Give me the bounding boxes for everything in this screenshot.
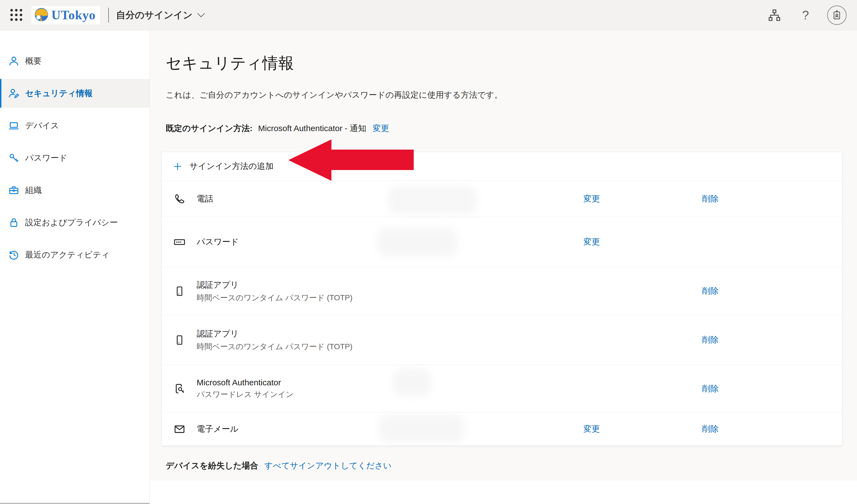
method-name: パスワード	[197, 236, 239, 248]
change-link[interactable]: 変更	[575, 193, 608, 205]
sidebar-item-label: 組織	[25, 185, 42, 196]
add-signin-method-button[interactable]: サインイン方法の追加	[162, 152, 842, 181]
table-row-password: パスワード 変更	[162, 217, 842, 267]
table-row-ms-authenticator: Microsoft Authenticator パスワードレス サインイン 削除	[162, 365, 842, 413]
mobile-phone-icon	[173, 334, 186, 346]
plus-icon	[173, 162, 182, 171]
sidebar-item-label: パスワード	[25, 152, 67, 164]
redacted-value	[388, 186, 477, 214]
redacted-value	[377, 227, 457, 256]
delete-link[interactable]: 削除	[694, 285, 727, 297]
method-name: 認証アプリ	[197, 279, 352, 291]
add-method-label: サインイン方法の追加	[189, 161, 273, 172]
delete-link[interactable]: 削除	[694, 383, 727, 395]
method-name: 認証アプリ	[197, 328, 352, 340]
delete-link[interactable]: 削除	[694, 193, 727, 205]
default-method-label: 既定のサインイン方法:	[166, 124, 252, 133]
lock-icon	[7, 216, 20, 229]
sidebar-item-settings-privacy[interactable]: 設定およびプライバシー	[0, 208, 149, 237]
change-link[interactable]: 変更	[575, 236, 608, 248]
mail-envelope-icon	[173, 423, 186, 436]
sidebar-item-recent-activity[interactable]: 最近のアクティビティ	[0, 240, 149, 269]
method-subtitle: 時間ベースのワンタイム パスワード (TOTP)	[197, 342, 352, 352]
mobile-phone-icon	[173, 285, 186, 297]
sidebar-item-devices[interactable]: デバイス	[0, 111, 149, 140]
phone-handset-icon	[173, 193, 186, 205]
sidebar-item-security-info[interactable]: セキュリティ情報	[0, 79, 149, 108]
redacted-value	[392, 369, 431, 396]
briefcase-icon	[7, 184, 20, 196]
method-name: 電子メール	[197, 423, 238, 435]
topbar-divider	[108, 8, 109, 23]
default-method-value: Microsoft Authenticator - 通知	[258, 124, 367, 133]
lost-device-line: デバイスを紛失した場合 すべてサインアウトしてください	[166, 460, 857, 471]
sidebar-item-label: 最近のアクティビティ	[25, 249, 110, 261]
table-row-authenticator-totp-1: 認証アプリ 時間ベースのワンタイム パスワード (TOTP) 削除	[162, 267, 842, 315]
page-description: これは、ご自分のアカウントへのサインインやパスワードの再設定に使用する方法です。	[166, 89, 857, 101]
table-row-phone: 電話 変更 削除	[162, 181, 842, 217]
main-content: セキュリティ情報 これは、ご自分のアカウントへのサインインやパスワードの再設定に…	[150, 31, 857, 504]
table-row-authenticator-totp-2: 認証アプリ 時間ベースのワンタイム パスワード (TOTP) 削除	[162, 315, 842, 365]
page-title: セキュリティ情報	[166, 53, 857, 74]
sidebar-item-organizations[interactable]: 組織	[0, 176, 149, 205]
sidebar-item-label: デバイス	[25, 120, 59, 132]
default-method-change-link[interactable]: 変更	[373, 124, 389, 133]
redacted-value	[379, 415, 464, 442]
password-dots-icon	[173, 236, 186, 248]
topbar-right-icons: ?	[768, 5, 846, 25]
history-clock-icon	[7, 248, 20, 261]
table-row-email: 電子メール 変更 削除	[162, 413, 842, 446]
avatar[interactable]	[827, 5, 846, 25]
chevron-down-icon[interactable]	[197, 13, 205, 18]
laptop-icon	[7, 119, 20, 132]
top-bar: UTokyo 自分のサインイン ?	[0, 0, 857, 30]
person-edit-icon	[7, 87, 20, 100]
sidebar-item-label: 概要	[25, 55, 42, 67]
app-launcher-icon[interactable]	[8, 6, 26, 24]
help-icon[interactable]: ?	[802, 8, 809, 22]
delete-link[interactable]: 削除	[694, 334, 727, 346]
sidebar-item-password[interactable]: パスワード	[0, 143, 149, 172]
app-title: 自分のサインイン	[116, 9, 192, 21]
default-signin-method-line: 既定のサインイン方法: Microsoft Authenticator - 通知…	[166, 123, 857, 134]
person-icon	[7, 55, 20, 67]
key-icon	[7, 152, 20, 164]
signin-methods-table: サインイン方法の追加 電話 変更 削除	[162, 152, 842, 446]
sidebar-item-overview[interactable]: 概要	[0, 47, 149, 75]
sidebar-item-label: セキュリティ情報	[25, 88, 93, 99]
method-subtitle: 時間ベースのワンタイム パスワード (TOTP)	[197, 293, 352, 303]
change-link[interactable]: 変更	[575, 423, 608, 435]
my-signins-security-info-page: UTokyo 自分のサインイン ?	[0, 0, 857, 504]
method-name: Microsoft Authenticator	[197, 378, 293, 387]
page-bottom-band	[150, 481, 857, 504]
utokyo-logo-text: UTokyo	[51, 8, 96, 22]
authenticator-key-icon	[173, 382, 186, 395]
utokyo-ginkgo-icon	[34, 7, 49, 23]
delete-link[interactable]: 削除	[694, 423, 727, 435]
method-name: 電話	[197, 193, 213, 205]
lost-device-label: デバイスを紛失した場合	[166, 461, 258, 470]
sidebar: 概要 セキュリティ情報 デバイス	[0, 31, 150, 504]
organization-chart-icon[interactable]	[768, 8, 781, 22]
sidebar-item-label: 設定およびプライバシー	[25, 217, 118, 228]
method-subtitle: パスワードレス サインイン	[197, 389, 293, 400]
sign-out-everywhere-link[interactable]: すべてサインアウトしてください	[264, 461, 392, 470]
utokyo-logo[interactable]: UTokyo	[32, 6, 100, 24]
